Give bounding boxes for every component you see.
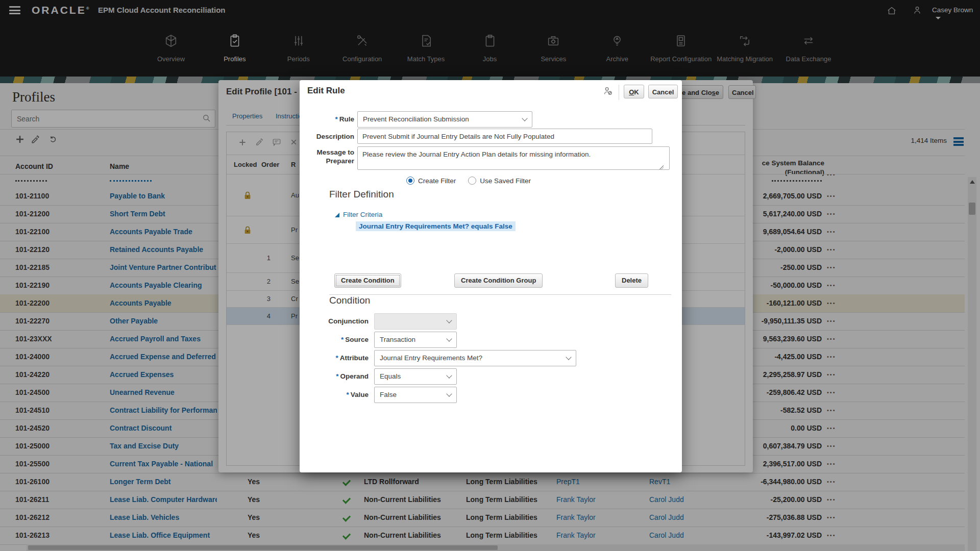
filter-mode-radio-group: Create FilterUse Saved Filter (406, 177, 543, 185)
rule-select[interactable]: Prevent Reconciliation Submission (357, 111, 532, 128)
filter-criteria-toggle[interactable]: Filter Criteria (335, 211, 382, 218)
divider (619, 85, 619, 100)
chevron-down-icon (446, 336, 452, 341)
source-label: *Source (300, 335, 369, 344)
attribute-label: *Attribute (300, 354, 369, 362)
value-select[interactable]: False (374, 387, 457, 403)
operand-select[interactable]: Equals (374, 368, 457, 385)
delete-button[interactable]: Delete (615, 273, 648, 288)
chevron-down-icon (446, 372, 452, 378)
value-label: *Value (300, 390, 369, 399)
conjunction-label: Conjunction (300, 317, 369, 325)
use-saved-filter-label: Use Saved Filter (480, 177, 531, 185)
source-select[interactable]: Transaction (374, 332, 457, 348)
user-assignment-icon[interactable] (602, 86, 614, 97)
description-input[interactable] (357, 129, 652, 144)
create-condition-button[interactable]: Create Condition (334, 273, 401, 288)
chevron-down-icon (522, 115, 527, 121)
message-to-preparer-label: Message to Preparer (308, 148, 354, 165)
screen: ORACLE® EPM Cloud Account Reconciliation… (0, 0, 980, 551)
create-filter-radio[interactable] (406, 177, 414, 185)
divider (329, 294, 671, 295)
cancel-button[interactable]: Cancel (648, 85, 678, 98)
collapse-triangle-icon (335, 213, 339, 217)
chevron-down-icon (446, 317, 452, 323)
edit-rule-modal: Edit Rule OK Cancel *Rule Prevent Reconc… (300, 80, 682, 472)
condition-heading: Condition (329, 295, 370, 306)
create-condition-group-button[interactable]: Create Condition Group (454, 273, 543, 288)
ok-button[interactable]: OK (624, 85, 644, 98)
resize-handle[interactable] (659, 165, 664, 169)
attribute-select[interactable]: Journal Entry Requirements Met? (374, 350, 576, 366)
chevron-down-icon (446, 391, 452, 396)
conjunction-select (374, 313, 457, 330)
chevron-down-icon (566, 354, 571, 360)
filter-definition-heading: Filter Definition (329, 189, 394, 200)
rule-label: *Rule (300, 115, 354, 123)
create-filter-label: Create Filter (418, 177, 456, 185)
message-to-preparer-textarea[interactable]: Please review the Journal Entry Action P… (357, 146, 670, 170)
filter-criteria-value[interactable]: Journal Entry Requirements Met? equals F… (356, 221, 516, 231)
operand-label: *Operand (300, 372, 369, 381)
use-saved-filter-radio[interactable] (468, 177, 476, 185)
description-label: Description (300, 132, 354, 141)
modal-title: Edit Rule (307, 86, 345, 96)
